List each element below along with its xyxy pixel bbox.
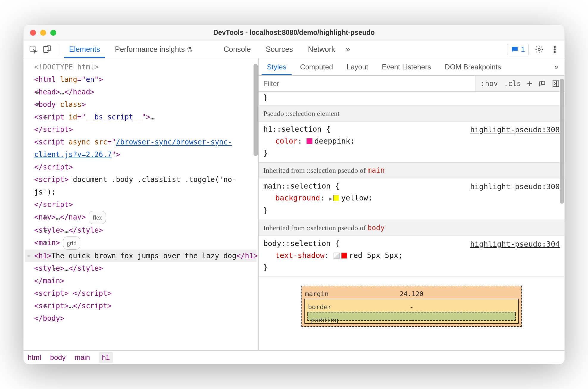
new-style-rule-icon[interactable]: + — [527, 78, 532, 89]
issues-count: 1 — [521, 45, 525, 54]
styles-filter-input[interactable] — [259, 80, 476, 88]
dom-node[interactable]: ▶<script id="__bs_script__">… — [25, 111, 257, 123]
dom-node[interactable]: </script> — [25, 161, 257, 173]
dom-node[interactable]: ▶<nav>…</nav>flex — [25, 211, 257, 224]
styles-section-header: Inherited from ::selection pseudo of mai… — [259, 162, 564, 178]
kebab-menu-icon[interactable] — [550, 44, 560, 55]
dom-node[interactable]: ▶<head>…</head> — [25, 86, 257, 98]
window-title: DevTools - localhost:8080/demo/highlight… — [24, 29, 564, 37]
dom-node[interactable]: ▶<style>…</style> — [25, 224, 257, 236]
panel-tab-console[interactable]: Console — [219, 41, 256, 58]
dom-node[interactable]: </script> — [25, 198, 257, 211]
svg-rect-1 — [44, 46, 48, 52]
dom-node[interactable]: </main> — [25, 275, 257, 287]
sidebar-tab-layout[interactable]: Layout — [341, 59, 373, 75]
styles-rules: } Pseudo ::selection elementhighlight-ps… — [259, 92, 564, 350]
svg-point-3 — [538, 48, 540, 51]
dom-node[interactable]: <html lang="en"> — [25, 73, 257, 86]
issues-badge[interactable]: 1 — [507, 44, 529, 55]
separator — [58, 44, 58, 55]
inspect-element-icon[interactable] — [28, 44, 38, 55]
sidebar-tab-computed[interactable]: Computed — [295, 59, 338, 75]
panel-tab-elements[interactable]: Elements — [64, 41, 105, 58]
more-sidebar-tabs-icon[interactable]: » — [551, 62, 562, 71]
styles-section-header: Inherited from ::selection pseudo of bod… — [259, 220, 564, 236]
breadcrumb: htmlbodymainh1 — [24, 350, 564, 364]
rule-source-link[interactable]: highlight-pseudo:304 — [470, 238, 560, 250]
elements-panel: <!DOCTYPE html><html lang="en">▶<head>…<… — [24, 58, 259, 350]
breadcrumb-html[interactable]: html — [28, 353, 41, 362]
devtools-window: DevTools - localhost:8080/demo/highlight… — [23, 25, 565, 364]
css-rule[interactable]: highlight-pseudo:304body::selection {tex… — [259, 236, 564, 277]
dom-node[interactable]: </script> — [25, 123, 257, 136]
styles-filter-bar: :hov .cls + — [259, 76, 564, 92]
svg-point-6 — [554, 51, 556, 53]
dom-node[interactable]: <h1>The quick brown fox jumps over the l… — [25, 250, 257, 262]
sidebar-tab-event-listeners[interactable]: Event Listeners — [376, 59, 436, 75]
panel-tab-network[interactable]: Network — [303, 41, 340, 58]
scrollbar[interactable] — [254, 64, 258, 156]
svg-rect-7 — [553, 81, 559, 87]
sidebar-tabs: StylesComputedLayoutEvent ListenersDOM B… — [259, 58, 564, 76]
svg-point-4 — [554, 46, 556, 47]
rendering-icon[interactable] — [538, 80, 546, 88]
breadcrumb-h1[interactable]: h1 — [99, 352, 113, 363]
computed-sidebar-toggle-icon[interactable] — [552, 80, 560, 88]
svg-point-5 — [554, 49, 556, 50]
dom-node[interactable]: ▶<style>…</style> — [25, 262, 257, 275]
panel-tab-sources[interactable]: Sources — [261, 41, 298, 58]
dom-node[interactable]: ▼<main>grid — [25, 236, 257, 250]
settings-gear-icon[interactable] — [534, 44, 544, 55]
dom-node[interactable]: <script> document .body .classList .togg… — [25, 173, 257, 198]
rule-closing-brace: } — [259, 92, 564, 105]
sidebar-tab-styles[interactable]: Styles — [262, 59, 292, 75]
breadcrumb-body[interactable]: body — [50, 353, 65, 362]
toggle-classes-button[interactable]: .cls — [504, 80, 521, 88]
css-rule[interactable]: highlight-pseudo:308h1::selection {color… — [259, 122, 564, 162]
toggle-hover-button[interactable]: :hov — [481, 80, 498, 88]
box-model-diagram[interactable]: margin24.120border-padding- — [301, 286, 522, 327]
dom-node[interactable]: ▶<script>…</script> — [25, 300, 257, 312]
more-tabs-chevron-icon[interactable]: » — [343, 45, 352, 54]
titlebar: DevTools - localhost:8080/demo/highlight… — [24, 25, 564, 41]
dom-node[interactable]: </body> — [25, 312, 257, 325]
sidebar-tab-dom-breakpoints[interactable]: DOM Breakpoints — [440, 59, 506, 75]
device-toolbar-icon[interactable] — [42, 44, 52, 55]
dom-tree[interactable]: <!DOCTYPE html><html lang="en">▶<head>…<… — [24, 58, 258, 327]
dom-node[interactable]: <!DOCTYPE html> — [25, 61, 257, 73]
panel-tabs: ElementsPerformance insights ⚗ConsoleSou… — [64, 41, 340, 58]
scrollbar[interactable] — [560, 79, 564, 204]
styles-panel: StylesComputedLayoutEvent ListenersDOM B… — [259, 58, 564, 350]
styles-section-header: Pseudo ::selection element — [259, 105, 564, 122]
css-rule[interactable]: highlight-pseudo:300main::selection {bac… — [259, 178, 564, 220]
rule-source-link[interactable]: highlight-pseudo:300 — [470, 181, 560, 193]
dom-node[interactable]: ▼<body class> — [25, 98, 257, 111]
rule-source-link[interactable]: highlight-pseudo:308 — [470, 124, 560, 136]
dom-node[interactable]: <script> </script> — [25, 287, 257, 300]
dom-node[interactable]: <script async src="/browser-sync/browser… — [25, 136, 257, 161]
devtools-toolbar: ElementsPerformance insights ⚗ConsoleSou… — [24, 41, 564, 58]
panel-tab-performance-insights[interactable]: Performance insights ⚗ — [110, 41, 197, 58]
breadcrumb-main[interactable]: main — [74, 353, 90, 362]
